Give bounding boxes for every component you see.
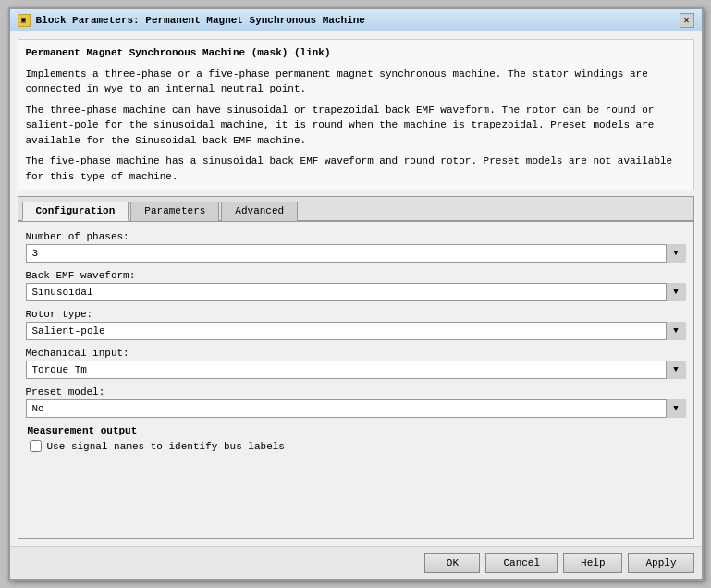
content-area: Permanent Magnet Synchronous Machine (ma…	[10, 31, 702, 546]
dropdown-num-phases[interactable]: 3 5	[26, 244, 686, 263]
ok-button[interactable]: OK	[424, 553, 480, 573]
description-line1: Permanent Magnet Synchronous Machine (ma…	[26, 45, 686, 61]
window-title: Block Parameters: Permanent Magnet Synch…	[36, 15, 365, 26]
label-back-emf: Back EMF waveform:	[26, 270, 686, 281]
dropdown-wrapper-num-phases: 3 5 ▼	[26, 244, 686, 263]
field-num-phases: Number of phases: 3 5 ▼	[26, 231, 686, 263]
bottom-bar: OK Cancel Help Apply	[10, 546, 702, 579]
checkbox-row: Use signal names to identify bus labels	[26, 440, 686, 452]
close-button[interactable]: ✕	[680, 13, 694, 28]
tab-content-configuration: Number of phases: 3 5 ▼ Back EMF wavefor…	[18, 222, 693, 538]
dropdown-wrapper-back-emf: Sinusoidal Trapezoidal ▼	[26, 283, 686, 301]
window-icon: ▣	[18, 14, 31, 27]
field-preset-model: Preset model: No ▼	[26, 386, 686, 418]
tab-parameters[interactable]: Parameters	[130, 202, 219, 221]
tabs-header: Configuration Parameters Advanced	[18, 197, 693, 222]
field-back-emf: Back EMF waveform: Sinusoidal Trapezoida…	[26, 270, 686, 301]
tab-configuration[interactable]: Configuration	[22, 202, 129, 221]
description-box: Permanent Magnet Synchronous Machine (ma…	[18, 39, 694, 190]
field-rotor-type: Rotor type: Salient-pole Round ▼	[26, 309, 686, 340]
description-line3: The three-phase machine can have sinusoi…	[26, 103, 686, 149]
main-window: ▣ Block Parameters: Permanent Magnet Syn…	[8, 7, 704, 581]
apply-button[interactable]: Apply	[628, 553, 693, 573]
dropdown-wrapper-rotor-type: Salient-pole Round ▼	[26, 322, 686, 340]
field-mechanical-input: Mechanical input: Torque Tm Speed w ▼	[26, 348, 686, 379]
label-rotor-type: Rotor type:	[26, 309, 686, 320]
signal-names-label: Use signal names to identify bus labels	[47, 441, 285, 452]
label-preset-model: Preset model:	[26, 386, 686, 398]
cancel-button[interactable]: Cancel	[485, 553, 558, 573]
dropdown-back-emf[interactable]: Sinusoidal Trapezoidal	[26, 283, 686, 301]
dropdown-preset-model[interactable]: No	[26, 399, 686, 418]
tab-advanced[interactable]: Advanced	[221, 202, 298, 221]
description-line2: Implements a three-phase or a five-phase…	[26, 67, 686, 97]
help-button[interactable]: Help	[563, 553, 622, 573]
titlebar-left: ▣ Block Parameters: Permanent Magnet Syn…	[18, 14, 365, 27]
dropdown-wrapper-mechanical-input: Torque Tm Speed w ▼	[26, 361, 686, 379]
dropdown-wrapper-preset-model: No ▼	[26, 399, 686, 418]
description-line4: The five-phase machine has a sinusoidal …	[26, 153, 686, 184]
measurement-title: Measurement output	[26, 425, 686, 436]
label-num-phases: Number of phases:	[26, 231, 686, 242]
titlebar: ▣ Block Parameters: Permanent Magnet Syn…	[10, 9, 702, 31]
label-mechanical-input: Mechanical input:	[26, 348, 686, 359]
tabs-container: Configuration Parameters Advanced Number…	[18, 196, 694, 539]
dropdown-rotor-type[interactable]: Salient-pole Round	[26, 322, 686, 340]
dropdown-mechanical-input[interactable]: Torque Tm Speed w	[26, 361, 686, 379]
measurement-section: Measurement output Use signal names to i…	[26, 425, 686, 452]
signal-names-checkbox[interactable]	[30, 440, 42, 452]
